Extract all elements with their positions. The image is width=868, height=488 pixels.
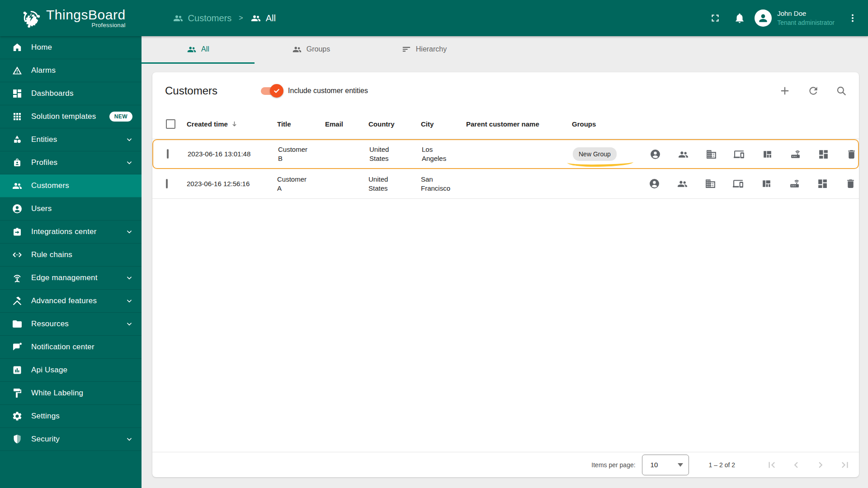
- manage-dashboards-button[interactable]: [818, 149, 829, 160]
- avatar: [755, 9, 772, 27]
- chevron-down-icon: [126, 229, 132, 235]
- table-row[interactable]: 2023-06-16 13:01:48 Customer B United St…: [152, 139, 859, 169]
- group-chip[interactable]: New Group: [573, 147, 617, 161]
- more-menu-button[interactable]: [847, 13, 858, 23]
- previous-page-icon: [790, 459, 802, 471]
- customers-card: Customers Include customer entities: [152, 72, 859, 477]
- breadcrumb-label: All: [266, 13, 276, 23]
- chevron-down-icon: [126, 298, 132, 304]
- column-groups[interactable]: Groups: [568, 120, 645, 128]
- people-icon: [187, 44, 197, 54]
- badge-icon: [12, 157, 23, 168]
- manage-edges-button[interactable]: [790, 149, 801, 160]
- sidebar-item-rule-chains[interactable]: Rule chains: [0, 244, 142, 267]
- user-menu[interactable]: John Doe Tenant administrator: [755, 9, 835, 27]
- delete-button[interactable]: [846, 149, 857, 160]
- sidebar-item-security[interactable]: Security: [0, 428, 142, 451]
- breadcrumb-all[interactable]: All: [250, 13, 276, 23]
- manage-users-button[interactable]: [650, 149, 661, 160]
- sidebar-item-users[interactable]: Users: [0, 197, 142, 221]
- column-title[interactable]: Title: [274, 120, 321, 128]
- sidebar-item-dashboards[interactable]: Dashboards: [0, 82, 142, 105]
- column-created-time[interactable]: Created time: [183, 120, 274, 128]
- paint-icon: [12, 388, 23, 399]
- hierarchy-icon: [401, 44, 411, 54]
- highlight-swoosh: [567, 161, 633, 167]
- manage-assets-icon: [705, 178, 716, 189]
- manage-entity-views-button[interactable]: [761, 178, 772, 189]
- delete-button[interactable]: [845, 178, 856, 189]
- row-checkbox[interactable]: [167, 149, 169, 159]
- antenna-icon: [12, 272, 23, 283]
- column-parent-customer-name[interactable]: Parent customer name: [462, 120, 568, 128]
- manage-devices-button[interactable]: [734, 149, 745, 160]
- breadcrumb-label: Customers: [188, 13, 232, 23]
- sidebar-item-resources[interactable]: Resources: [0, 313, 142, 336]
- tab-hierarchy[interactable]: Hierarchy: [368, 36, 481, 64]
- last-page-button[interactable]: [839, 459, 851, 471]
- manage-customers-button[interactable]: [678, 149, 689, 160]
- cell-created-time: 2023-06-16 13:01:48: [184, 150, 274, 159]
- people-icon: [12, 180, 23, 191]
- previous-page-button[interactable]: [790, 459, 802, 471]
- delete-icon: [846, 149, 857, 160]
- manage-devices-button[interactable]: [733, 178, 744, 189]
- manage-dashboards-button[interactable]: [817, 178, 828, 189]
- sidebar-item-api-usage[interactable]: Api Usage: [0, 359, 142, 382]
- sidebar-item-edge-management[interactable]: Edge management: [0, 267, 142, 290]
- first-page-icon: [766, 459, 778, 471]
- sidebar-item-customers[interactable]: Customers: [0, 174, 142, 197]
- sidebar-item-alarms[interactable]: Alarms: [0, 59, 142, 82]
- app-logo[interactable]: ThingsBoard Professional: [21, 8, 126, 28]
- manage-assets-button[interactable]: [705, 178, 716, 189]
- sidebar-item-notification-center[interactable]: Notification center: [0, 336, 142, 359]
- table-row[interactable]: 2023-06-16 12:56:16 Customer A United St…: [152, 169, 859, 199]
- sidebar-item-advanced-features[interactable]: Advanced features: [0, 290, 142, 313]
- sidebar-item-profiles[interactable]: Profiles: [0, 151, 142, 174]
- breadcrumb-customers[interactable]: Customers: [173, 13, 232, 23]
- column-city[interactable]: City: [417, 120, 462, 128]
- sidebar-item-white-labeling[interactable]: White Labeling: [0, 382, 142, 405]
- manage-users-button[interactable]: [649, 178, 660, 189]
- row-actions: [646, 149, 858, 160]
- last-page-icon: [839, 459, 851, 471]
- row-checkbox[interactable]: [166, 179, 168, 188]
- manage-customers-button[interactable]: [677, 178, 688, 189]
- first-page-button[interactable]: [766, 459, 778, 471]
- tab-all[interactable]: All: [142, 36, 255, 64]
- chevron-down-icon: [126, 436, 132, 442]
- sidebar-item-home[interactable]: Home: [0, 36, 142, 59]
- column-country[interactable]: Country: [365, 120, 417, 128]
- user-role: Tenant administrator: [777, 18, 835, 27]
- search-button[interactable]: [835, 85, 847, 97]
- rule-chain-icon: [12, 249, 23, 260]
- items-per-page-select[interactable]: 10: [642, 455, 689, 475]
- home-icon: [12, 42, 23, 53]
- next-page-button[interactable]: [815, 459, 826, 471]
- chevron-down-icon: [126, 160, 132, 166]
- sidebar-item-solution-templates[interactable]: Solution templates NEW: [0, 105, 142, 128]
- manage-entity-views-button[interactable]: [762, 149, 773, 160]
- sidebar-item-entities[interactable]: Entities: [0, 128, 142, 151]
- breadcrumb-separator: >: [239, 14, 243, 22]
- select-all-checkbox[interactable]: [166, 119, 175, 129]
- add-customer-button[interactable]: [778, 84, 791, 97]
- tab-bar: All Groups Hierarchy: [142, 36, 868, 64]
- people-icon: [173, 13, 184, 23]
- column-email[interactable]: Email: [321, 120, 365, 128]
- person-circle-icon: [12, 203, 23, 214]
- fullscreen-button[interactable]: [709, 12, 721, 24]
- thingsboard-logo-icon: [21, 8, 42, 28]
- manage-edges-button[interactable]: [789, 178, 800, 189]
- user-name: John Doe: [777, 9, 835, 18]
- fullscreen-icon: [709, 12, 721, 24]
- manage-assets-button[interactable]: [706, 149, 717, 160]
- sidebar-item-integrations-center[interactable]: Integrations center: [0, 221, 142, 244]
- sidebar-item-settings[interactable]: Settings: [0, 405, 142, 428]
- tab-groups[interactable]: Groups: [255, 36, 368, 64]
- refresh-button[interactable]: [807, 85, 819, 97]
- brand-subtitle: Professional: [91, 22, 125, 28]
- notifications-button[interactable]: [734, 12, 745, 24]
- paginator: Items per page: 10 1 – 2 of 2: [152, 452, 859, 477]
- include-customer-entities-toggle[interactable]: Include customer entities: [261, 86, 368, 95]
